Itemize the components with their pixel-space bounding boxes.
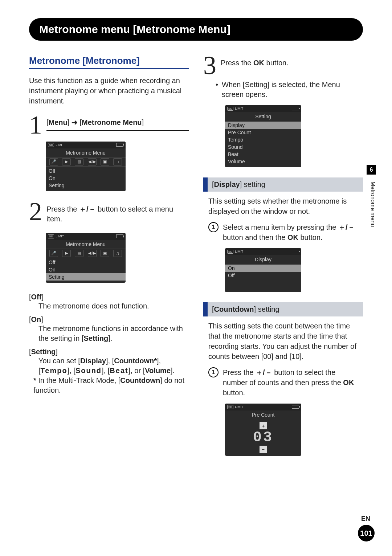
step-1-text: [Menu] ➜ [Metronome Menu] [46,118,189,131]
countdown-setting-header: [Countdown] setting [203,302,363,316]
limit-icon: LIMIT [235,250,243,253]
step-2: 2 Press the ＋/－ button to select a menu … [29,201,189,227]
lcd-title: Metronome Menu [46,240,126,249]
battery-icon [116,234,123,238]
chapter-tab: 6 [367,165,376,175]
lcd-title: Display [225,255,301,264]
precount-value: 03 [225,429,301,446]
circled-1-icon: 1 [208,222,219,232]
display-setting-step-1: 1 Select a menu item by pressing the ＋/－… [208,222,361,242]
battery-icon [292,405,299,409]
sd-icon: SD [227,405,233,409]
def-off: [Off] The metronome does not function. [29,293,189,311]
lcd-item-setting: Setting [46,273,126,281]
lcd-item-display: Display [225,122,301,129]
arrow-icon: ➜ [72,118,78,126]
battery-icon [116,143,123,147]
lcd-item-off: Off [46,259,126,266]
lcd-tab-icons: 🎤 ▶ ▤ ◀♩▶ ▣ ⎍ [46,249,126,258]
side-chapter-label: Metronome menu [369,181,376,227]
step-number-1: 1 [29,115,42,136]
minus-icon: － [260,446,267,453]
limit-icon: LIMIT [235,405,243,409]
play-icon: ▶ [62,158,71,165]
lcd-item-volume: Volume [225,158,301,165]
step-number-2: 2 [29,201,42,222]
plus-icon: ＋ [260,422,267,429]
display-setting-header: [Display] setting [203,177,363,192]
display-setting-body: This setting sets whether the metronome … [208,196,361,216]
left-column: Metronome [Metronome] Use this function … [29,55,189,466]
metronome-icon: ◀♩▶ [88,158,97,165]
lcd-title: Metronome Menu [46,148,126,157]
lcd-icon: ▣ [101,158,109,165]
manual-page: Metronome menu [Metronome Menu] Metronom… [0,0,392,481]
tuner-icon: ⎍ [113,250,122,257]
lcd-item-off: Off [225,272,301,279]
limit-icon: LIMIT [56,143,64,147]
tuner-icon: ⎍ [113,158,122,165]
lcd-display-menu: SD LIMIT Display On Off [225,248,301,292]
battery-icon [292,250,299,253]
def-on: [On] The metronome functions in accordan… [29,315,189,343]
page-number: 101 [358,525,375,541]
lcd-item-tempo: Tempo [225,136,301,143]
battery-icon [292,107,299,110]
lcd-item-off: Off [46,167,126,175]
bullet-icon: • [216,80,218,99]
lcd-title: Setting [225,112,301,121]
lcd-precount: SD LIMIT Pre Count ＋ 03 － [225,404,301,456]
countdown-setting-step-1: 1 Press the ＋/－ button to select the num… [208,367,361,398]
lcd-icon: ▣ [101,250,109,257]
language-label: EN [361,515,370,523]
step-2-text: Press the ＋/－ button to select a menu it… [46,204,189,227]
chapter-title-bar: Metronome menu [Metronome Menu] [29,18,363,41]
step-3-bullet: • When [Setting] is selected, the Menu s… [216,80,363,99]
mic-icon: 🎤 [49,158,58,165]
list-icon: ▤ [75,250,83,257]
sd-icon: SD [227,250,233,254]
limit-icon: LIMIT [235,107,243,110]
lcd-item-on: On [46,175,126,182]
limit-icon: LIMIT [56,234,64,238]
play-icon: ▶ [62,250,71,257]
metronome-icon: ◀♩▶ [88,250,97,257]
sd-icon: SD [48,234,54,238]
intro-text: Use this function as a guide when record… [29,75,189,106]
right-column: 3 Press the OK button. • When [Setting] … [203,55,363,466]
section-title: Metronome [Metronome] [29,55,189,69]
def-setting: [Setting] You can set [Display], [Countd… [29,348,189,395]
lcd-item-sound: Sound [225,143,301,151]
lcd-tab-icons: 🎤 ▶ ▤ ◀♩▶ ▣ ⎍ [46,157,126,167]
mic-icon: 🎤 [49,250,58,257]
lcd-metronome-menu-1: SD LIMIT Metronome Menu 🎤 ▶ ▤ ◀♩▶ ▣ ⎍ Of… [46,142,126,191]
list-icon: ▤ [75,158,83,165]
lcd-item-beat: Beat [225,151,301,158]
step-3-text: Press the OK button. [221,58,363,71]
lcd-item-precount: Pre Count [225,129,301,136]
sd-icon: SD [48,143,54,147]
lcd-metronome-menu-2: SD LIMIT Metronome Menu 🎤 ▶ ▤ ◀♩▶ ▣ ⎍ Of… [46,233,126,283]
step-1: 1 [Menu] ➜ [Metronome Menu] [29,115,189,136]
countdown-setting-body: This setting sets the count between the … [208,321,361,361]
step-number-3: 3 [203,55,216,76]
lcd-item-on: On [46,266,126,273]
circled-1-icon: 1 [208,367,219,377]
lcd-item-setting: Setting [46,182,126,189]
lcd-item-on: On [225,265,301,272]
lcd-title: Pre Count [225,410,301,419]
sd-icon: SD [227,107,233,111]
lcd-setting-menu: SD LIMIT Setting Display Pre Count Tempo… [225,105,301,167]
step-3: 3 Press the OK button. [203,55,363,76]
